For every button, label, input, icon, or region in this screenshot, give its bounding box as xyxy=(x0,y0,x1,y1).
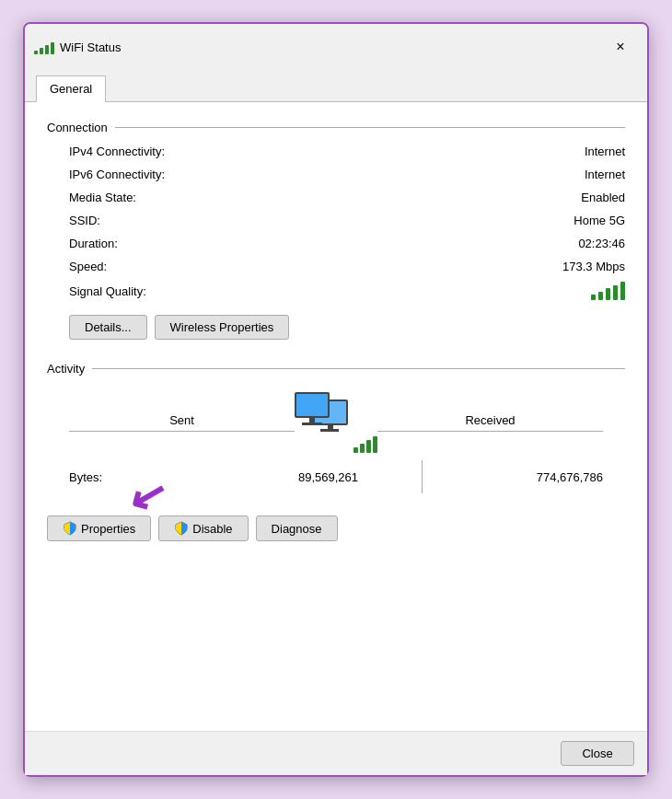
shield-icon xyxy=(63,521,77,536)
ssid-label: SSID: xyxy=(69,211,253,230)
media-state-label: Media State: xyxy=(69,188,253,207)
connection-section: Connection IPv4 Connectivity: Internet I… xyxy=(47,121,625,340)
activity-section: Activity Sent xyxy=(47,362,625,549)
main-content: Connection IPv4 Connectivity: Internet I… xyxy=(25,102,647,731)
bytes-received-value: 774,676,786 xyxy=(537,470,603,484)
activity-divider xyxy=(92,368,625,369)
ipv4-value: Internet xyxy=(253,142,625,161)
ssid-value: Home 5G xyxy=(253,211,625,230)
sent-line xyxy=(69,431,295,432)
activity-header: Activity xyxy=(47,362,625,376)
speed-label: Speed: xyxy=(69,257,253,276)
details-button[interactable]: Details... xyxy=(69,315,147,340)
properties-button[interactable]: Properties xyxy=(47,515,151,541)
network-signal-bars xyxy=(353,436,377,453)
signal-quality-label: Signal Quality: xyxy=(69,284,246,298)
bytes-sent-value: 89,569,261 xyxy=(298,470,358,484)
connection-divider xyxy=(115,127,625,128)
connection-header: Connection xyxy=(47,121,625,134)
activity-label: Activity xyxy=(47,362,85,376)
diagnose-button[interactable]: Diagnose xyxy=(256,515,338,541)
window-title: WiFi Status xyxy=(60,41,607,54)
window-footer: Close xyxy=(25,731,647,775)
bottom-buttons-wrapper: ↙ Properties xyxy=(47,515,625,549)
activity-icons-row: Sent xyxy=(47,383,625,457)
bytes-received-area: 774,676,786 xyxy=(430,469,603,485)
bytes-separator xyxy=(422,460,423,493)
received-label: Received xyxy=(465,413,515,427)
wifi-signal-icon xyxy=(34,40,54,54)
signal-quality-bars xyxy=(591,282,625,300)
ipv4-label: IPv4 Connectivity: xyxy=(69,142,253,161)
bytes-label-area: Bytes: xyxy=(69,469,242,485)
tab-general[interactable]: General xyxy=(36,75,106,102)
connection-info-table: IPv4 Connectivity: Internet IPv6 Connect… xyxy=(47,142,625,276)
bottom-buttons-row: Properties Disable Diagnose xyxy=(47,515,625,541)
wifi-icon xyxy=(34,40,54,54)
ipv6-label: IPv6 Connectivity: xyxy=(69,165,253,184)
received-line xyxy=(377,431,603,432)
signal-quality-row: Signal Quality: xyxy=(47,282,625,300)
duration-value: 02:23:46 xyxy=(253,234,625,253)
network-computers-icon xyxy=(295,392,377,453)
close-window-button[interactable]: × xyxy=(607,33,634,61)
wireless-properties-button[interactable]: Wireless Properties xyxy=(155,315,290,340)
tab-bar: General xyxy=(25,70,647,102)
network-icon-area xyxy=(295,392,377,453)
bytes-sent-area: 89,569,261 xyxy=(242,469,415,485)
shield-disable-icon xyxy=(174,521,189,536)
title-bar: WiFi Status × xyxy=(25,24,647,70)
received-area: Received xyxy=(377,413,603,432)
sent-label: Sent xyxy=(169,413,194,427)
connection-label: Connection xyxy=(47,121,108,134)
speed-value: 173.3 Mbps xyxy=(253,257,625,276)
duration-label: Duration: xyxy=(69,234,253,253)
footer-close-button[interactable]: Close xyxy=(561,741,634,766)
bytes-row: Bytes: 89,569,261 774,676,786 xyxy=(47,457,625,504)
media-state-value: Enabled xyxy=(253,188,625,207)
wifi-status-window: WiFi Status × General Connection IPv4 Co… xyxy=(23,22,649,777)
connection-buttons: Details... Wireless Properties xyxy=(47,315,625,340)
ipv6-value: Internet xyxy=(253,165,625,184)
disable-button[interactable]: Disable xyxy=(158,515,248,541)
sent-area: Sent xyxy=(69,413,295,432)
bytes-label: Bytes: xyxy=(69,470,102,484)
